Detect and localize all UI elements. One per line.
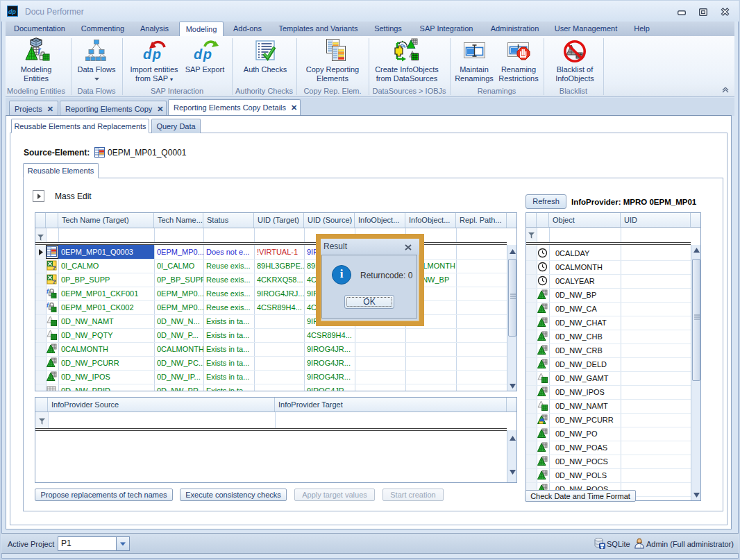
svg-text:dp: dp: [143, 46, 162, 62]
svg-text:dp: dp: [8, 8, 16, 15]
svg-text:?: ?: [52, 278, 56, 285]
svg-text:dp: dp: [194, 46, 212, 62]
svg-text:?: ?: [52, 264, 56, 271]
